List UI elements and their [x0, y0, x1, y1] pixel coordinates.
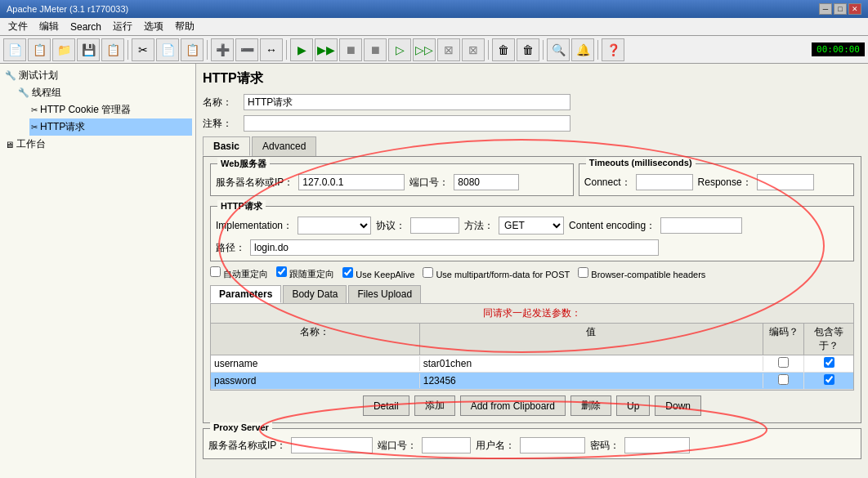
- toolbar-clear-all[interactable]: 🗑: [517, 38, 539, 61]
- toolbar-start-no-pause[interactable]: ▶▶: [315, 38, 338, 61]
- title-bar: Apache JMeter (3.1 r1770033) ─ □ ✕: [0, 0, 868, 18]
- toolbar-save[interactable]: 💾: [77, 38, 100, 61]
- maximize-button[interactable]: □: [834, 3, 847, 15]
- tree-item-http-request[interactable]: ✂ HTTP请求: [29, 118, 192, 136]
- up-button[interactable]: Up: [616, 395, 650, 416]
- toolbar-cut[interactable]: ✂: [132, 38, 154, 61]
- method-select[interactable]: GET POST: [499, 217, 564, 235]
- menu-edit[interactable]: 编辑: [34, 18, 64, 35]
- toolbar-collapse[interactable]: ➖: [235, 38, 258, 61]
- toolbar-stop[interactable]: ⏹: [339, 38, 362, 61]
- tree-item-cookie-manager[interactable]: ✂ HTTP Cookie 管理器: [29, 101, 192, 118]
- toolbar-open[interactable]: 📁: [52, 38, 75, 61]
- toolbar-new[interactable]: 📄: [3, 38, 26, 61]
- down-button[interactable]: Down: [655, 395, 701, 416]
- toolbar-shutdown[interactable]: ⏹: [364, 38, 387, 61]
- param-name-password: password: [211, 373, 420, 388]
- encode-password-checkbox[interactable]: [778, 374, 789, 385]
- toolbar-templates[interactable]: 📋: [28, 38, 51, 61]
- multipart-checkbox[interactable]: [423, 267, 433, 278]
- keepalive-checkbox[interactable]: [342, 267, 353, 278]
- toolbar-revert[interactable]: 📋: [101, 38, 124, 61]
- toolbar-toggle[interactable]: ↔: [260, 38, 283, 61]
- comment-label: 注释：: [203, 117, 244, 131]
- port-input[interactable]: [454, 174, 519, 190]
- toolbar-start[interactable]: ▶: [290, 38, 313, 61]
- follow-redirect-label[interactable]: 跟随重定向: [276, 266, 334, 280]
- toolbar-remote-stop[interactable]: ⊠: [437, 38, 460, 61]
- proxy-server-ip-input[interactable]: [291, 437, 373, 453]
- toolbar-paste[interactable]: 📋: [181, 38, 204, 61]
- proxy-port-input[interactable]: [422, 437, 471, 453]
- menu-run[interactable]: 运行: [108, 18, 137, 35]
- toolbar-copy[interactable]: 📄: [156, 38, 179, 61]
- server-ip-input[interactable]: [298, 174, 405, 190]
- encode-username-checkbox[interactable]: [778, 357, 789, 368]
- params-row-username[interactable]: username star01chen: [211, 355, 853, 373]
- include-username-checkbox[interactable]: [824, 357, 834, 368]
- elapsed-time: 00:00:00: [812, 42, 865, 56]
- protocol-label: 协议：: [376, 219, 405, 233]
- path-input[interactable]: [250, 239, 659, 256]
- params-columns: 名称： 值 编码？ 包含等于？: [211, 324, 853, 355]
- tree-item-thread-group[interactable]: 🔧 线程组: [16, 84, 192, 101]
- inner-tab-parameters[interactable]: Parameters: [210, 285, 281, 303]
- checkboxes-row: 自动重定向 跟随重定向 Use KeepAlive Use multipart/…: [210, 266, 854, 280]
- tree-item-workbench[interactable]: 🖥 工作台: [3, 136, 192, 153]
- browser-compat-label[interactable]: Browser-compatible headers: [578, 267, 705, 279]
- auto-redirect-label[interactable]: 自动重定向: [210, 266, 268, 280]
- add-button[interactable]: 添加: [414, 395, 455, 416]
- menu-search[interactable]: Search: [65, 20, 106, 34]
- encoding-input[interactable]: [660, 217, 742, 234]
- menu-help[interactable]: 帮助: [170, 18, 199, 35]
- proxy-server-section: Proxy Server 服务器名称或IP： 端口号： 用户名： 密码：: [203, 428, 861, 459]
- toolbar-reset[interactable]: 🔔: [571, 38, 594, 61]
- proxy-username-input[interactable]: [520, 437, 585, 453]
- tree-item-test-plan[interactable]: 🔧 测试计划: [3, 67, 192, 84]
- multipart-label[interactable]: Use multipart/form-data for POST: [423, 267, 570, 279]
- name-input[interactable]: [244, 94, 570, 110]
- toolbar: 📄 📋 📁 💾 📋 ✂ 📄 📋 ➕ ➖ ↔ ▶ ▶▶ ⏹ ⏹ ▷ ▷▷ ⊠ ⊠ …: [0, 36, 868, 64]
- window-controls: ─ □ ✕: [819, 3, 861, 15]
- name-label: 名称：: [203, 96, 244, 109]
- close-button[interactable]: ✕: [848, 3, 861, 15]
- toolbar-expand[interactable]: ➕: [211, 38, 234, 61]
- window-title: Apache JMeter (3.1 r1770033): [7, 4, 128, 14]
- toolbar-help[interactable]: ❓: [602, 38, 624, 61]
- inner-tab-body-data[interactable]: Body Data: [283, 285, 347, 303]
- web-server-section: Web服务器 服务器名称或IP： 端口号：: [210, 163, 574, 196]
- delete-button[interactable]: 删除: [570, 395, 611, 416]
- tab-advanced[interactable]: Advanced: [252, 136, 316, 156]
- toolbar-remote-start[interactable]: ▷: [388, 38, 411, 61]
- params-row-password[interactable]: password 123456: [211, 373, 853, 390]
- connect-label: Connect：: [584, 176, 631, 190]
- minimize-button[interactable]: ─: [819, 3, 832, 15]
- inner-tab-files-upload[interactable]: Files Upload: [348, 285, 421, 303]
- add-from-clipboard-button[interactable]: Add from Clipboard: [460, 395, 566, 416]
- comment-input[interactable]: [244, 115, 570, 132]
- response-input[interactable]: [757, 174, 814, 190]
- proxy-row: 服务器名称或IP： 端口号： 用户名： 密码：: [208, 437, 856, 453]
- toolbar-remote-start-all[interactable]: ▷▷: [413, 38, 436, 61]
- protocol-input[interactable]: [410, 217, 459, 234]
- toolbar-search[interactable]: 🔍: [547, 38, 570, 61]
- detail-button[interactable]: Detail: [363, 395, 409, 416]
- toolbar-sep-3: [286, 40, 287, 60]
- tree-label-http-request: HTTP请求: [40, 120, 85, 134]
- toolbar-clear[interactable]: 🗑: [492, 38, 515, 61]
- follow-redirect-checkbox[interactable]: [276, 266, 287, 277]
- param-encode-username: [763, 355, 804, 372]
- toolbar-remote-stop-all[interactable]: ⊠: [462, 38, 485, 61]
- proxy-password-input[interactable]: [624, 437, 690, 453]
- param-include-password: [804, 373, 853, 389]
- response-label: Response：: [698, 176, 752, 190]
- include-password-checkbox[interactable]: [824, 374, 834, 385]
- implementation-select[interactable]: [298, 217, 371, 235]
- keepalive-label[interactable]: Use KeepAlive: [342, 267, 414, 279]
- menu-file[interactable]: 文件: [3, 18, 33, 35]
- menu-options[interactable]: 选项: [139, 18, 168, 35]
- tab-basic[interactable]: Basic: [203, 136, 250, 156]
- browser-compat-checkbox[interactable]: [578, 267, 588, 278]
- connect-input[interactable]: [636, 174, 693, 190]
- auto-redirect-checkbox[interactable]: [210, 266, 221, 277]
